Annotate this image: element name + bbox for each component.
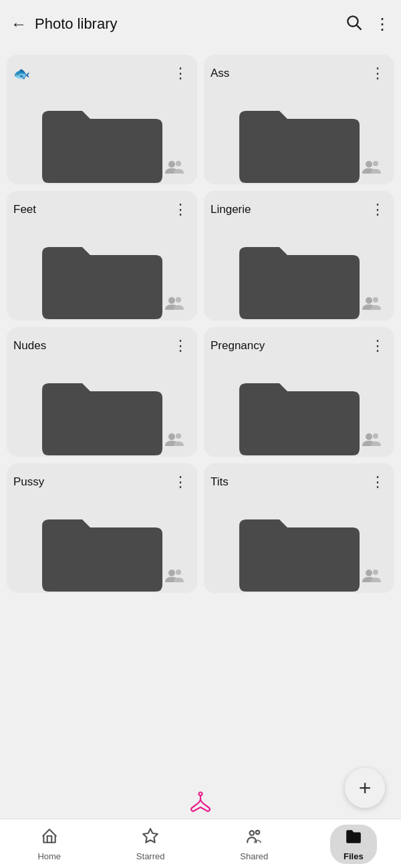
svg-point-10 [168,433,175,440]
folder-header: Ass ⋮ [211,61,388,85]
svg-point-11 [176,433,181,439]
app-header: ← Photo library ⋮ [0,0,401,48]
shared-badge [362,568,381,585]
svg-point-7 [176,297,181,302]
folder-card[interactable]: Feet ⋮ [7,191,197,320]
folder-more-button[interactable]: ⋮ [170,62,190,85]
folder-card[interactable]: Lingerie ⋮ [204,191,394,320]
folder-card[interactable]: Tits ⋮ [204,463,394,593]
folder-name: 🐟 [13,65,30,81]
gesture-bar [189,791,212,823]
nav-label-starred: Starred [136,851,165,861]
nav-item-files[interactable]: Files [330,825,377,864]
svg-point-12 [366,433,372,440]
folder-name: Lingerie [211,203,251,216]
svg-point-3 [176,161,181,166]
svg-point-14 [168,570,175,576]
folder-name: Tits [211,475,229,489]
svg-point-20 [256,831,259,834]
folder-thumbnail [211,363,388,457]
folder-header: Pregnancy ⋮ [211,334,388,358]
gesture-icon [189,791,212,823]
header-actions: ⋮ [345,13,390,35]
folder-card[interactable]: Ass ⋮ [204,55,394,184]
nav-label-files: Files [344,851,364,861]
folder-more-button[interactable]: ⋮ [170,471,190,493]
fab-plus-icon: + [359,777,372,799]
svg-marker-18 [143,829,158,843]
folder-header: Feet ⋮ [13,198,190,222]
svg-point-17 [373,570,378,575]
folder-card[interactable]: 🐟 ⋮ [7,55,197,184]
svg-point-8 [366,297,372,304]
svg-point-6 [168,297,175,304]
folder-more-button[interactable]: ⋮ [368,335,388,357]
folder-header: Pussy ⋮ [13,470,190,494]
shared-badge [165,568,184,585]
folder-header: 🐟 ⋮ [13,61,190,85]
folder-thumbnail [13,91,190,184]
folder-thumbnail [211,91,388,184]
svg-point-22 [199,793,203,796]
fab-add-button[interactable]: + [345,768,385,808]
nav-item-shared[interactable]: Shared [227,825,281,864]
folder-header: Tits ⋮ [211,470,388,494]
folder-name: Pussy [13,475,44,489]
svg-point-16 [366,570,372,576]
back-button[interactable]: ← [11,15,27,33]
shared-badge [165,431,184,449]
svg-point-13 [373,433,378,439]
shared-badge [165,159,184,176]
bottom-navigation: Home Starred Shared Files [0,819,401,868]
svg-point-19 [250,831,255,835]
nav-item-starred[interactable]: Starred [123,825,178,864]
shared-badge [362,431,381,449]
nav-item-home[interactable]: Home [24,825,74,864]
folder-name: Ass [211,67,229,80]
page-title: Photo library [35,15,345,33]
folder-header: Nudes ⋮ [13,334,190,358]
folder-thumbnail [13,227,190,320]
search-icon[interactable] [345,13,362,35]
svg-point-2 [168,161,175,168]
svg-point-5 [373,161,378,166]
shared-badge [165,295,184,312]
svg-point-9 [373,297,378,302]
folder-header: Lingerie ⋮ [211,198,388,222]
files-icon [345,827,362,849]
folder-more-button[interactable]: ⋮ [368,471,388,493]
folder-more-button[interactable]: ⋮ [170,198,190,221]
folder-card[interactable]: Pregnancy ⋮ [204,327,394,457]
svg-line-1 [357,25,361,29]
folder-name: Feet [13,203,36,216]
nav-label-home: Home [37,851,61,861]
folder-thumbnail [211,499,388,593]
shared-badge [362,295,381,312]
svg-point-15 [176,570,181,575]
folder-more-button[interactable]: ⋮ [368,62,388,85]
svg-point-4 [366,161,372,168]
starred-icon [142,827,159,849]
shared-badge [362,159,381,176]
folder-thumbnail [13,363,190,457]
more-options-icon[interactable]: ⋮ [374,15,390,33]
folder-card[interactable]: Pussy ⋮ [7,463,197,593]
folder-name: Nudes [13,339,46,353]
folder-more-button[interactable]: ⋮ [170,335,190,357]
home-icon [41,827,58,849]
fish-icon: 🐟 [13,65,30,81]
folder-thumbnail [13,499,190,593]
folder-card[interactable]: Nudes ⋮ [7,327,197,457]
folder-grid: 🐟 ⋮ Ass ⋮ [0,48,401,593]
nav-label-shared: Shared [240,851,268,861]
shared-icon [245,827,263,849]
folder-thumbnail [211,227,388,320]
folder-name: Pregnancy [211,339,265,353]
folder-more-button[interactable]: ⋮ [368,198,388,221]
